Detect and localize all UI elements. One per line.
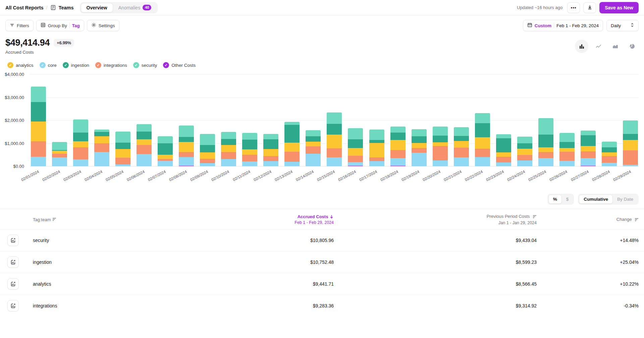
legend-item-integrations[interactable]: ✓integrations — [95, 62, 127, 68]
bar-segment-ingestion — [115, 143, 130, 149]
bar-segment-integrations — [454, 148, 469, 158]
bar-02/15/2024[interactable]: 02/15/2024 — [327, 112, 342, 166]
row-previous-cost: $8,566.45 — [334, 281, 537, 287]
bar-02/13/2024[interactable]: 02/13/2024 — [284, 122, 300, 166]
line-chart-icon[interactable] — [592, 40, 605, 53]
bar-segment-core — [221, 159, 236, 166]
bar-02/04/2024[interactable]: 02/04/2024 — [94, 130, 109, 166]
bar-02/05/2024[interactable]: 02/05/2024 — [115, 132, 130, 166]
tab-anomalies[interactable]: Anomalies 40 — [113, 3, 157, 12]
cost-table-header: Tag:team Accrued Costs Feb 1 - Feb 29, 2… — [0, 209, 644, 229]
bar-02/06/2024[interactable]: 02/06/2024 — [137, 124, 152, 166]
row-change: +25.04% — [537, 259, 639, 265]
bar-02/25/2024[interactable]: 02/25/2024 — [538, 118, 553, 166]
bar-02/21/2024[interactable]: 02/21/2024 — [454, 127, 469, 166]
bar-segment-integrations — [73, 147, 88, 159]
bar-segment-integrations — [94, 143, 109, 152]
pie-chart-icon[interactable] — [625, 40, 639, 53]
column-header-previous-period[interactable]: Previous Period Costs Jan 1 - Jan 29, 20… — [334, 214, 537, 225]
bar-02/17/2024[interactable]: 02/17/2024 — [369, 130, 384, 166]
add-to-chart-button[interactable] — [7, 300, 19, 311]
bar-segment-other-costs — [179, 166, 194, 166]
bar-segment-security — [433, 127, 448, 136]
bar-segment-integrations — [284, 152, 300, 162]
bar-02/12/2024[interactable]: 02/12/2024 — [263, 134, 278, 166]
bar-segment-core — [263, 161, 278, 166]
bar-02/20/2024[interactable]: 02/20/2024 — [433, 127, 448, 166]
legend-item-core[interactable]: ✓core — [40, 62, 57, 68]
table-row-analytics: analytics$9,441.71$8,566.45+10.22% — [0, 273, 644, 295]
bar-segment-integrations — [200, 159, 215, 163]
save-as-new-button[interactable]: Save as New — [599, 2, 639, 13]
bar-segment-integrations — [348, 156, 363, 162]
mode-by-date-toggle[interactable]: By Date — [613, 195, 638, 203]
unit-percent-toggle[interactable]: % — [548, 195, 562, 204]
bar-segment-security — [306, 130, 321, 136]
x-axis-tick-label: 02/14/2024 — [295, 170, 314, 182]
breadcrumb-root[interactable]: All Cost Reports — [5, 5, 44, 10]
bar-02/10/2024[interactable]: 02/10/2024 — [221, 132, 236, 166]
tab-overview[interactable]: Overview — [81, 3, 113, 12]
bar-02/09/2024[interactable]: 02/09/2024 — [200, 134, 215, 166]
bar-02/11/2024[interactable]: 02/11/2024 — [242, 133, 257, 166]
bar-02/14/2024[interactable]: 02/14/2024 — [306, 130, 321, 166]
top-bar: All Cost Reports / Teams Overview Anomal… — [0, 0, 644, 15]
legend-item-security[interactable]: ✓security — [133, 62, 157, 68]
bar-segment-ingestion — [200, 145, 215, 152]
bar-segment-core — [284, 162, 300, 166]
table-controls: % $ Cumulative By Date — [0, 190, 644, 209]
unit-dollar-toggle[interactable]: $ — [562, 195, 573, 203]
x-axis-tick-label: 02/29/2024 — [612, 170, 632, 182]
bar-segment-ingestion — [433, 136, 448, 142]
divider — [69, 23, 70, 28]
check-circle-icon: ✓ — [63, 62, 69, 68]
bar-02/02/2024[interactable]: 02/02/2024 — [52, 142, 67, 166]
bar-02/03/2024[interactable]: 02/03/2024 — [73, 119, 88, 166]
bar-02/27/2024[interactable]: 02/27/2024 — [581, 131, 596, 166]
bar-02/22/2024[interactable]: 02/22/2024 — [475, 113, 490, 166]
legend-item-ingestion[interactable]: ✓ingestion — [63, 62, 89, 68]
bar-segment-other-costs — [348, 166, 363, 166]
settings-button[interactable]: Settings — [87, 20, 119, 31]
bar-segment-analytics — [327, 135, 342, 149]
column-header-accrued-costs[interactable]: Accrued Costs Feb 1 - Feb 29, 2024 — [166, 214, 334, 225]
bar-02/07/2024[interactable]: 02/07/2024 — [158, 136, 173, 166]
bar-02/26/2024[interactable]: 02/26/2024 — [559, 133, 575, 166]
legend-item-other-costs[interactable]: ✓Other Costs — [163, 62, 196, 68]
bar-segment-ingestion — [263, 139, 278, 149]
add-to-chart-button[interactable] — [7, 256, 19, 268]
download-button[interactable] — [583, 2, 596, 13]
bar-segment-ingestion — [581, 135, 596, 146]
bar-segment-integrations — [623, 150, 638, 164]
bar-segment-integrations — [412, 148, 427, 153]
granularity-select[interactable]: Daily — [606, 20, 639, 31]
gear-icon — [91, 22, 96, 29]
add-to-chart-button[interactable] — [7, 235, 19, 246]
mode-cumulative-toggle[interactable]: Cumulative — [579, 195, 613, 204]
bar-02/16/2024[interactable]: 02/16/2024 — [348, 128, 363, 166]
date-range-picker[interactable]: Custom Feb 1 - Feb 29, 2024 — [523, 20, 603, 31]
bar-02/23/2024[interactable]: 02/23/2024 — [496, 134, 511, 166]
group-by-button[interactable]: Group By Tag — [36, 20, 84, 31]
mode-toggle-group: Cumulative By Date — [578, 194, 639, 205]
chart-legend: ✓analytics✓core✓ingestion✓integrations✓s… — [0, 55, 644, 69]
column-header-tag-team[interactable]: Tag:team — [28, 217, 166, 222]
legend-item-analytics[interactable]: ✓analytics — [7, 62, 34, 68]
bar-chart-icon[interactable] — [575, 40, 588, 53]
bar-segment-integrations — [369, 157, 384, 161]
x-axis-tick-label: 02/09/2024 — [190, 170, 209, 182]
filters-button[interactable]: Filters — [5, 20, 34, 31]
area-chart-icon[interactable] — [608, 40, 622, 53]
divider — [554, 23, 554, 28]
column-header-change[interactable]: Change — [537, 217, 639, 223]
bar-02/24/2024[interactable]: 02/24/2024 — [517, 137, 532, 166]
bar-02/19/2024[interactable]: 02/19/2024 — [412, 129, 427, 166]
bar-02/28/2024[interactable]: 02/28/2024 — [602, 142, 617, 166]
more-actions-button[interactable]: ••• — [567, 2, 580, 13]
breadcrumb-current: Teams — [59, 5, 74, 10]
bar-02/18/2024[interactable]: 02/18/2024 — [390, 127, 406, 166]
bar-02/01/2024[interactable]: 02/01/2024 — [31, 87, 46, 166]
bar-02/29/2024[interactable]: 02/29/2024 — [623, 120, 638, 166]
add-to-chart-button[interactable] — [7, 278, 19, 290]
bar-02/08/2024[interactable]: 02/08/2024 — [179, 126, 194, 166]
